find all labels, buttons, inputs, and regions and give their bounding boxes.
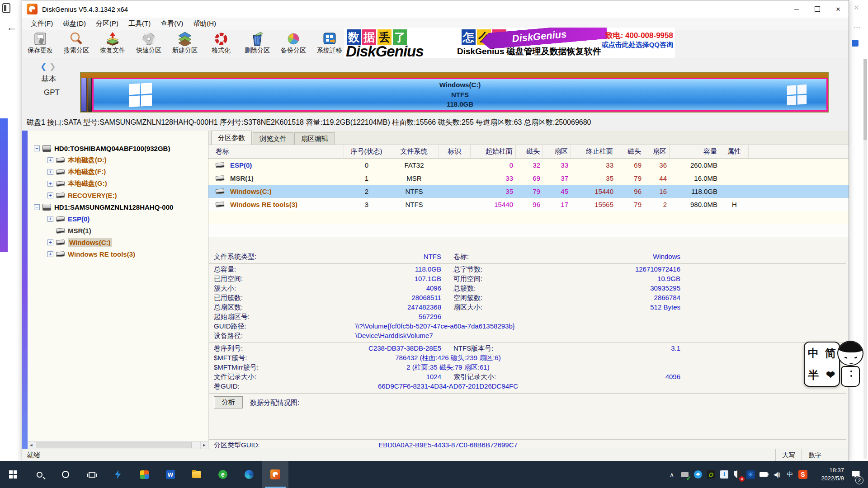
taskbar-app-word[interactable]: W bbox=[157, 461, 184, 488]
tree-horizontal-scrollbar[interactable]: ◄ ► bbox=[28, 441, 208, 449]
new-partition-button[interactable]: 新建分区 bbox=[167, 30, 203, 58]
expand-expander-icon[interactable]: + bbox=[47, 216, 53, 222]
delete-partition-button[interactable]: 删除分区 bbox=[239, 30, 275, 58]
table-row-windows-c-selected[interactable]: Windows(C:) 2 NTFS 35 79 45 15440 96 16 … bbox=[208, 185, 849, 198]
windows-c-partition-block[interactable]: Windows(C:) NTFS 118.0GB bbox=[92, 78, 828, 112]
expand-expander-icon[interactable]: + bbox=[47, 169, 53, 175]
background-scrollbar[interactable] bbox=[863, 59, 867, 459]
tab-sector-edit[interactable]: 扇区编辑 bbox=[294, 132, 335, 145]
taskbar: W e ∧ ✓ i ✕ ✳ ◀)) 中 S 18:37 2022/5/9 2 bbox=[0, 461, 868, 488]
menu-view[interactable]: 查看(V) bbox=[156, 18, 188, 30]
save-changes-button[interactable]: 保存更改 bbox=[22, 30, 58, 58]
status-resize-grip bbox=[828, 449, 849, 461]
taskbar-app-feishu[interactable] bbox=[105, 461, 131, 488]
quick-partition-button[interactable]: 快速分区 bbox=[131, 30, 167, 58]
volume-serial-value: C238-DB37-38DB-28E5 bbox=[299, 344, 441, 352]
partition-icon bbox=[56, 192, 65, 198]
tray-chevron-up-icon[interactable]: ∧ bbox=[667, 469, 676, 479]
ad-banner[interactable]: DiskGenius 数 据 丢 了 怎 么 ! DiskGenius 致电: … bbox=[344, 28, 675, 58]
guid-path-value: \\?\Volume{fcf0fc5b-5207-47ce-a60a-7da61… bbox=[355, 322, 515, 330]
tree-item-local-disk-g[interactable]: + 本地磁盘(G:) bbox=[28, 178, 208, 189]
taskbar-app-browser[interactable]: e bbox=[210, 461, 236, 488]
scrollbar-thumb[interactable] bbox=[36, 442, 192, 448]
disk-nav-arrows[interactable]: ❮❯ bbox=[40, 62, 56, 71]
taskbar-app-store[interactable] bbox=[131, 461, 157, 488]
table-row-esp[interactable]: ESP(0) 0 FAT32 0 32 33 33 69 36 260.0MB bbox=[208, 159, 849, 172]
tree-item-hd1[interactable]: − HD1:SAMSUNGMZNLN128HAHQ-000 bbox=[28, 201, 208, 213]
menu-partition[interactable]: 分区(P) bbox=[91, 18, 123, 30]
harddisk-icon bbox=[42, 204, 51, 211]
table-row-msr[interactable]: MSR(1) 1 MSR 33 69 37 35 79 44 16.0MB bbox=[208, 172, 849, 185]
collapse-expander-icon[interactable]: − bbox=[34, 145, 40, 151]
tray-intel-graphics-icon[interactable]: i bbox=[720, 469, 729, 479]
tray-printer-icon[interactable]: ✓ bbox=[680, 469, 689, 479]
taskbar-app-explorer[interactable] bbox=[184, 461, 210, 488]
scroll-right-arrow-icon[interactable]: ► bbox=[200, 441, 208, 449]
tree-item-esp[interactable]: + ESP(0) bbox=[28, 213, 208, 225]
tray-snowflake-icon[interactable]: ✳ bbox=[746, 469, 755, 479]
taskbar-clock[interactable]: 18:37 2022/5/9 bbox=[811, 466, 844, 482]
tab-browse-files[interactable]: 浏览文件 bbox=[253, 132, 293, 145]
task-view-button[interactable] bbox=[79, 461, 105, 488]
next-disk-arrow-icon[interactable]: ❯ bbox=[49, 62, 56, 71]
menu-tools[interactable]: 工具(T) bbox=[123, 18, 156, 30]
tray-security-shield-icon[interactable]: ✕ bbox=[733, 469, 742, 479]
backup-partition-button[interactable]: 备份分区 bbox=[275, 30, 311, 58]
tree-item-local-disk-d[interactable]: + 本地磁盘(D:) bbox=[28, 154, 208, 166]
tree-item-windows-re-tools[interactable]: + Windows RE tools(3) bbox=[28, 248, 208, 260]
expand-expander-icon[interactable]: + bbox=[47, 192, 53, 198]
taskbar-search-button[interactable] bbox=[26, 461, 52, 488]
tray-speaker-icon[interactable]: ◀)) bbox=[772, 469, 781, 479]
scroll-left-arrow-icon[interactable]: ◄ bbox=[28, 441, 35, 449]
total-sectors-value: 247482368 bbox=[299, 303, 441, 311]
tray-battery-icon[interactable] bbox=[759, 469, 768, 479]
taskbar-app-edge[interactable] bbox=[236, 461, 262, 488]
tray-ime-indicator[interactable]: 中 bbox=[785, 469, 794, 479]
tray-nvidia-icon[interactable] bbox=[707, 469, 716, 479]
selected-tree-item-label: Windows(C:) bbox=[68, 238, 112, 247]
system-migration-button[interactable]: 系统迁移 bbox=[311, 30, 348, 58]
fs-type-value: NTFS bbox=[299, 253, 441, 260]
expand-expander-icon[interactable]: + bbox=[47, 181, 53, 187]
msr-partition-block[interactable] bbox=[88, 78, 92, 112]
partition-icon bbox=[215, 175, 224, 181]
menu-disk[interactable]: 磁盘(D) bbox=[58, 18, 91, 30]
format-button[interactable]: 格式化 bbox=[203, 30, 239, 58]
background-close-icon: ✕ bbox=[854, 4, 859, 12]
notification-center-button[interactable]: 2 bbox=[848, 461, 863, 488]
analyze-button[interactable]: 分析 bbox=[214, 396, 243, 408]
ad-contact[interactable]: 致电: 400-008-9958 或点击此处选择QQ咨询 bbox=[602, 30, 673, 49]
background-scrollbar-thumb[interactable] bbox=[863, 59, 867, 140]
sogou-ime-widget[interactable]: 中 简 半 ❤ bbox=[804, 340, 867, 395]
tree-item-hd0[interactable]: − HD0:TOSHIBAMQ04ABF100(932GB) bbox=[28, 142, 208, 154]
tree-item-msr[interactable]: + MSR(1) bbox=[28, 225, 208, 236]
ad-qq-link[interactable]: 或点击此处选择QQ咨询 bbox=[602, 41, 673, 49]
esp-partition-block[interactable] bbox=[81, 78, 87, 112]
start-button[interactable] bbox=[0, 461, 26, 488]
menu-file[interactable]: 文件(F) bbox=[26, 18, 58, 30]
recover-files-button[interactable]: 恢复文件 bbox=[94, 30, 131, 58]
taskbar-app-diskgenius-active[interactable] bbox=[262, 461, 288, 488]
cortana-button[interactable] bbox=[52, 461, 79, 488]
close-button[interactable]: ✕ bbox=[828, 0, 849, 18]
tree-item-recovery-e[interactable]: + RECOVERY(E:) bbox=[28, 189, 208, 201]
prev-disk-arrow-icon[interactable]: ❮ bbox=[40, 62, 47, 71]
tray-messenger-icon[interactable] bbox=[693, 469, 703, 479]
minimize-button[interactable] bbox=[786, 0, 807, 18]
titlebar: DiskGenius V5.4.3.1342 x64 ✕ bbox=[22, 0, 849, 18]
collapse-expander-icon[interactable]: − bbox=[34, 204, 40, 210]
expand-expander-icon[interactable]: + bbox=[47, 251, 53, 257]
tree-item-windows-c[interactable]: + Windows(C:) bbox=[28, 236, 208, 248]
tree-item-local-disk-f[interactable]: + 本地磁盘(F:) bbox=[28, 166, 208, 178]
pie-chart-icon bbox=[286, 32, 301, 46]
recover-files-icon bbox=[105, 32, 120, 46]
tray-sogou-icon[interactable]: S bbox=[798, 469, 807, 479]
mft-cluster-value: 786432 (柱面:426 磁头:239 扇区:6) bbox=[317, 354, 579, 362]
table-row-windows-re-tools[interactable]: Windows RE tools(3) 3 NTFS 15440 96 17 1… bbox=[208, 198, 849, 211]
tab-partition-parameters[interactable]: 分区参数 bbox=[211, 131, 252, 145]
expand-expander-icon[interactable]: + bbox=[47, 239, 53, 245]
search-partition-button[interactable]: 搜索分区 bbox=[58, 30, 94, 58]
menu-help[interactable]: 帮助(H) bbox=[188, 18, 221, 30]
maximize-button[interactable] bbox=[807, 0, 828, 18]
expand-expander-icon[interactable]: + bbox=[47, 157, 53, 163]
